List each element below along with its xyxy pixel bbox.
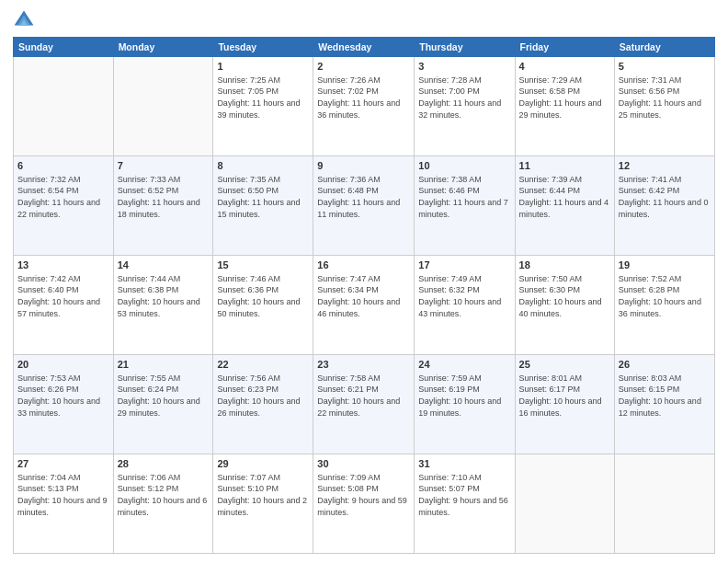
day-detail: Sunrise: 7:35 AM Sunset: 6:50 PM Dayligh… bbox=[217, 174, 309, 220]
day-detail: Sunrise: 7:56 AM Sunset: 6:23 PM Dayligh… bbox=[217, 373, 309, 419]
day-number: 25 bbox=[519, 358, 610, 372]
day-number: 17 bbox=[418, 259, 510, 272]
day-number: 4 bbox=[519, 60, 610, 74]
day-number: 14 bbox=[118, 259, 210, 272]
day-detail: Sunrise: 7:29 AM Sunset: 6:58 PM Dayligh… bbox=[519, 75, 610, 121]
day-detail: Sunrise: 7:04 AM Sunset: 5:13 PM Dayligh… bbox=[17, 472, 109, 518]
logo bbox=[13, 9, 37, 31]
day-detail: Sunrise: 7:38 AM Sunset: 6:46 PM Dayligh… bbox=[418, 174, 510, 220]
day-detail: Sunrise: 7:53 AM Sunset: 6:26 PM Dayligh… bbox=[17, 373, 109, 419]
col-header-sunday: Sunday bbox=[14, 38, 114, 57]
day-cell: 12Sunrise: 7:41 AM Sunset: 6:42 PM Dayli… bbox=[614, 156, 714, 256]
col-header-tuesday: Tuesday bbox=[213, 38, 313, 57]
day-number: 16 bbox=[317, 259, 410, 272]
day-cell: 4Sunrise: 7:29 AM Sunset: 6:58 PM Daylig… bbox=[515, 57, 614, 156]
day-detail: Sunrise: 7:10 AM Sunset: 5:07 PM Dayligh… bbox=[418, 472, 510, 518]
day-cell: 8Sunrise: 7:35 AM Sunset: 6:50 PM Daylig… bbox=[213, 156, 313, 256]
week-row-4: 20Sunrise: 7:53 AM Sunset: 6:26 PM Dayli… bbox=[14, 355, 715, 454]
day-cell: 22Sunrise: 7:56 AM Sunset: 6:23 PM Dayli… bbox=[213, 355, 313, 454]
day-number: 2 bbox=[317, 60, 410, 74]
day-number: 3 bbox=[418, 60, 510, 74]
day-detail: Sunrise: 7:09 AM Sunset: 5:08 PM Dayligh… bbox=[317, 472, 410, 518]
day-number: 12 bbox=[619, 159, 711, 173]
day-cell: 24Sunrise: 7:59 AM Sunset: 6:19 PM Dayli… bbox=[415, 355, 515, 454]
day-detail: Sunrise: 7:55 AM Sunset: 6:24 PM Dayligh… bbox=[118, 373, 210, 419]
day-cell: 15Sunrise: 7:46 AM Sunset: 6:36 PM Dayli… bbox=[213, 256, 313, 355]
day-cell: 10Sunrise: 7:38 AM Sunset: 6:46 PM Dayli… bbox=[415, 156, 515, 256]
day-detail: Sunrise: 7:26 AM Sunset: 7:02 PM Dayligh… bbox=[317, 75, 410, 121]
day-number: 5 bbox=[619, 60, 711, 74]
week-row-2: 6Sunrise: 7:32 AM Sunset: 6:54 PM Daylig… bbox=[14, 156, 715, 256]
week-row-5: 27Sunrise: 7:04 AM Sunset: 5:13 PM Dayli… bbox=[14, 454, 715, 554]
day-cell: 19Sunrise: 7:52 AM Sunset: 6:28 PM Dayli… bbox=[614, 256, 714, 355]
day-cell: 1Sunrise: 7:25 AM Sunset: 7:05 PM Daylig… bbox=[213, 57, 313, 156]
day-number: 23 bbox=[317, 358, 410, 372]
day-detail: Sunrise: 7:52 AM Sunset: 6:28 PM Dayligh… bbox=[619, 273, 711, 319]
day-cell: 11Sunrise: 7:39 AM Sunset: 6:44 PM Dayli… bbox=[515, 156, 614, 256]
day-number: 11 bbox=[519, 159, 610, 173]
logo-icon bbox=[13, 9, 35, 31]
day-number: 20 bbox=[17, 358, 109, 372]
day-cell: 18Sunrise: 7:50 AM Sunset: 6:30 PM Dayli… bbox=[515, 256, 614, 355]
calendar: SundayMondayTuesdayWednesdayThursdayFrid… bbox=[13, 37, 715, 554]
day-cell: 20Sunrise: 7:53 AM Sunset: 6:26 PM Dayli… bbox=[14, 355, 114, 454]
day-cell: 23Sunrise: 7:58 AM Sunset: 6:21 PM Dayli… bbox=[313, 355, 415, 454]
day-number: 13 bbox=[17, 259, 109, 272]
day-detail: Sunrise: 7:28 AM Sunset: 7:00 PM Dayligh… bbox=[418, 75, 510, 121]
day-detail: Sunrise: 7:06 AM Sunset: 5:12 PM Dayligh… bbox=[118, 472, 210, 518]
day-detail: Sunrise: 7:49 AM Sunset: 6:32 PM Dayligh… bbox=[418, 273, 510, 319]
day-number: 10 bbox=[418, 159, 510, 173]
day-detail: Sunrise: 7:42 AM Sunset: 6:40 PM Dayligh… bbox=[17, 273, 109, 319]
day-number: 27 bbox=[17, 457, 109, 471]
day-number: 9 bbox=[317, 159, 410, 173]
day-cell: 6Sunrise: 7:32 AM Sunset: 6:54 PM Daylig… bbox=[14, 156, 114, 256]
day-cell: 3Sunrise: 7:28 AM Sunset: 7:00 PM Daylig… bbox=[415, 57, 515, 156]
day-cell: 5Sunrise: 7:31 AM Sunset: 6:56 PM Daylig… bbox=[614, 57, 714, 156]
day-number: 22 bbox=[217, 358, 309, 372]
day-number: 21 bbox=[118, 358, 210, 372]
day-detail: Sunrise: 7:32 AM Sunset: 6:54 PM Dayligh… bbox=[17, 174, 109, 220]
day-cell: 25Sunrise: 8:01 AM Sunset: 6:17 PM Dayli… bbox=[515, 355, 614, 454]
day-cell bbox=[14, 57, 114, 156]
day-cell bbox=[614, 454, 714, 554]
day-number: 24 bbox=[418, 358, 510, 372]
day-cell: 16Sunrise: 7:47 AM Sunset: 6:34 PM Dayli… bbox=[313, 256, 415, 355]
day-cell: 31Sunrise: 7:10 AM Sunset: 5:07 PM Dayli… bbox=[415, 454, 515, 554]
day-cell: 9Sunrise: 7:36 AM Sunset: 6:48 PM Daylig… bbox=[313, 156, 415, 256]
day-detail: Sunrise: 8:03 AM Sunset: 6:15 PM Dayligh… bbox=[619, 373, 711, 419]
day-detail: Sunrise: 7:41 AM Sunset: 6:42 PM Dayligh… bbox=[619, 174, 711, 220]
day-number: 28 bbox=[118, 457, 210, 471]
day-detail: Sunrise: 7:58 AM Sunset: 6:21 PM Dayligh… bbox=[317, 373, 410, 419]
day-cell: 21Sunrise: 7:55 AM Sunset: 6:24 PM Dayli… bbox=[113, 355, 213, 454]
day-detail: Sunrise: 7:39 AM Sunset: 6:44 PM Dayligh… bbox=[519, 174, 610, 220]
day-number: 29 bbox=[217, 457, 309, 471]
header bbox=[13, 9, 715, 31]
col-header-wednesday: Wednesday bbox=[313, 38, 415, 57]
day-detail: Sunrise: 7:33 AM Sunset: 6:52 PM Dayligh… bbox=[118, 174, 210, 220]
day-cell: 29Sunrise: 7:07 AM Sunset: 5:10 PM Dayli… bbox=[213, 454, 313, 554]
day-detail: Sunrise: 7:36 AM Sunset: 6:48 PM Dayligh… bbox=[317, 174, 410, 220]
day-number: 7 bbox=[118, 159, 210, 173]
day-number: 18 bbox=[519, 259, 610, 272]
day-cell: 27Sunrise: 7:04 AM Sunset: 5:13 PM Dayli… bbox=[14, 454, 114, 554]
day-number: 1 bbox=[217, 60, 309, 74]
day-cell: 30Sunrise: 7:09 AM Sunset: 5:08 PM Dayli… bbox=[313, 454, 415, 554]
day-cell: 14Sunrise: 7:44 AM Sunset: 6:38 PM Dayli… bbox=[113, 256, 213, 355]
day-number: 6 bbox=[17, 159, 109, 173]
col-header-saturday: Saturday bbox=[614, 38, 714, 57]
day-cell: 26Sunrise: 8:03 AM Sunset: 6:15 PM Dayli… bbox=[614, 355, 714, 454]
day-cell: 13Sunrise: 7:42 AM Sunset: 6:40 PM Dayli… bbox=[14, 256, 114, 355]
day-detail: Sunrise: 7:46 AM Sunset: 6:36 PM Dayligh… bbox=[217, 273, 309, 319]
week-row-1: 1Sunrise: 7:25 AM Sunset: 7:05 PM Daylig… bbox=[14, 57, 715, 156]
day-detail: Sunrise: 7:50 AM Sunset: 6:30 PM Dayligh… bbox=[519, 273, 610, 319]
day-number: 31 bbox=[418, 457, 510, 471]
col-header-friday: Friday bbox=[515, 38, 614, 57]
day-detail: Sunrise: 7:59 AM Sunset: 6:19 PM Dayligh… bbox=[418, 373, 510, 419]
week-row-3: 13Sunrise: 7:42 AM Sunset: 6:40 PM Dayli… bbox=[14, 256, 715, 355]
day-cell bbox=[113, 57, 213, 156]
day-cell: 17Sunrise: 7:49 AM Sunset: 6:32 PM Dayli… bbox=[415, 256, 515, 355]
day-cell: 7Sunrise: 7:33 AM Sunset: 6:52 PM Daylig… bbox=[113, 156, 213, 256]
day-detail: Sunrise: 7:31 AM Sunset: 6:56 PM Dayligh… bbox=[619, 75, 711, 121]
day-detail: Sunrise: 7:07 AM Sunset: 5:10 PM Dayligh… bbox=[217, 472, 309, 518]
day-detail: Sunrise: 7:47 AM Sunset: 6:34 PM Dayligh… bbox=[317, 273, 410, 319]
